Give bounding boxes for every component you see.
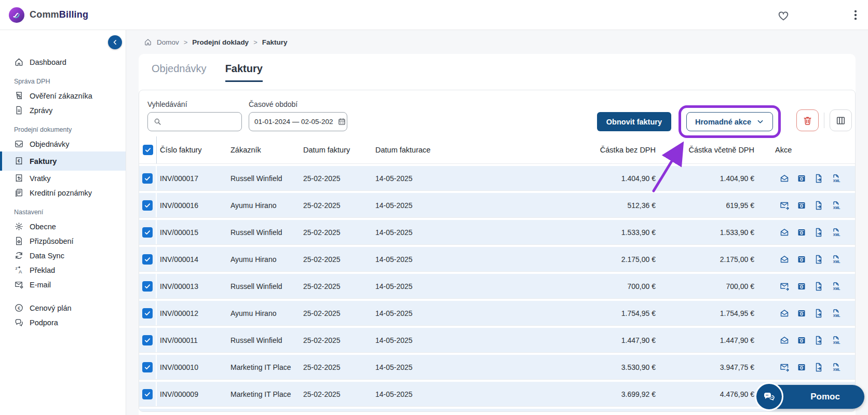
payment-icon[interactable] [796, 335, 807, 345]
email-send-icon[interactable] [779, 281, 790, 292]
col-header-datum-fakturace[interactable]: Datum fakturace [375, 146, 458, 154]
kebab-menu-icon[interactable] [849, 9, 862, 22]
sidebar-item-faktury[interactable]: €Faktury [0, 151, 126, 171]
favorites-heart-icon[interactable] [777, 9, 790, 22]
export-document-icon[interactable] [813, 335, 824, 345]
email-open-icon[interactable] [779, 254, 790, 265]
col-header-castka-vcetne-dph[interactable]: Částka včetně DPH [656, 146, 754, 154]
email-open-icon[interactable] [779, 308, 790, 319]
row-checkbox[interactable] [142, 200, 153, 211]
bulk-actions-button[interactable]: Hromadné akce [686, 112, 773, 131]
date-range-value: 01-01-2024 — 02-05-202 [254, 118, 333, 126]
export-document-icon[interactable] [813, 308, 824, 319]
sidebar-item-dashboard[interactable]: Dashboard [0, 55, 126, 69]
export-xml-icon[interactable]: XML [831, 281, 841, 292]
amount-excl-vat: 1.533,90 € [458, 228, 656, 237]
export-document-icon[interactable] [813, 227, 824, 238]
payment-icon[interactable] [796, 362, 807, 372]
refresh-invoices-button[interactable]: Obnovit faktury [597, 112, 671, 131]
export-xml-icon[interactable]: XML [831, 254, 841, 265]
help-button[interactable]: Pomoc [762, 385, 864, 409]
sidebar-item-zpr-vy[interactable]: Zprávy [0, 103, 126, 117]
export-document-icon[interactable] [813, 362, 824, 372]
export-document-icon[interactable] [813, 281, 824, 292]
invoice-date: 25-02-2025 [303, 363, 375, 371]
sidebar-item-label: Podpora [30, 319, 58, 327]
export-xml-icon[interactable]: XML [831, 362, 841, 372]
export-xml-icon[interactable]: XML [831, 173, 841, 184]
sidebar-item-label: Ověření zákazníka [30, 92, 92, 100]
sidebar-item-e-mail[interactable]: E-mail [0, 278, 126, 292]
amount-incl-vat: 1.754,95 € [656, 309, 754, 317]
sidebar-item-vratky[interactable]: Vratky [0, 171, 126, 185]
export-xml-icon[interactable]: XML [831, 200, 841, 211]
tab-faktury[interactable]: Faktury [225, 63, 263, 82]
payment-icon[interactable] [796, 308, 807, 319]
tab-bar: Objednávky Faktury [139, 54, 856, 82]
breadcrumb-prodejni-doklady[interactable]: Prodejní doklady [192, 38, 249, 46]
select-all-checkbox[interactable] [143, 145, 153, 155]
sidebar-item-label: Data Sync [30, 252, 64, 260]
svg-text:€: € [18, 305, 21, 311]
customer-name: Marketing IT Place [230, 390, 303, 398]
email-open-icon[interactable] [779, 227, 790, 238]
row-checkbox[interactable] [142, 173, 153, 184]
customer-name: Ayumu Hirano [230, 309, 303, 317]
customer-name: Ayumu Hirano [230, 201, 303, 210]
sidebar-item-p-izp-soben-[interactable]: Přizpůsobení [0, 234, 126, 248]
row-actions: XML [754, 281, 855, 292]
email-open-icon[interactable] [779, 173, 790, 184]
sidebar-collapse-button[interactable] [108, 35, 122, 49]
export-xml-icon[interactable]: XML [831, 335, 841, 345]
search-label: Vyhledávání [147, 100, 242, 108]
billing-date: 14-05-2025 [375, 228, 458, 237]
export-document-icon[interactable] [813, 254, 824, 265]
amount-excl-vat: 3.699,92 € [458, 390, 656, 398]
payment-icon[interactable] [796, 227, 807, 238]
sidebar-item-kreditn-pozn-mky[interactable]: Kreditní poznámky [0, 186, 126, 200]
sidebar-item-obecne[interactable]: Obecne [0, 219, 126, 233]
row-checkbox[interactable] [142, 308, 153, 319]
row-checkbox[interactable] [142, 281, 153, 292]
col-header-castka-bez-dph[interactable]: Částka bez DPH [458, 146, 656, 154]
sidebar-item-cenov-pl-n[interactable]: €Cenový plán [0, 301, 126, 315]
sidebar: DashboardSpráva DPHOvěření zákazníkaZprá… [0, 30, 126, 415]
sidebar-item-label: Vratky [30, 174, 51, 183]
delete-selected-button[interactable] [796, 109, 819, 131]
payment-icon[interactable] [796, 254, 807, 265]
col-header-cislo-faktury[interactable]: Číslo faktury [157, 146, 230, 154]
email-send-icon[interactable] [779, 362, 790, 372]
email-open-icon[interactable] [779, 335, 790, 345]
tab-objednavky[interactable]: Objednávky [152, 63, 207, 82]
export-xml-icon[interactable]: XML [831, 308, 841, 319]
billing-date: 14-05-2025 [375, 336, 458, 344]
payment-icon[interactable] [796, 200, 807, 211]
row-checkbox[interactable] [142, 389, 153, 399]
document-icon [14, 105, 24, 115]
sidebar-item-data-sync[interactable]: Data Sync [0, 248, 126, 262]
row-checkbox[interactable] [142, 335, 153, 345]
row-checkbox[interactable] [142, 254, 153, 265]
row-checkbox[interactable] [142, 227, 153, 238]
row-checkbox[interactable] [142, 362, 153, 372]
column-settings-button[interactable] [830, 109, 852, 131]
breadcrumb-faktury[interactable]: Faktury [262, 38, 288, 46]
export-document-icon[interactable] [813, 200, 824, 211]
date-range-input[interactable]: 01-01-2024 — 02-05-202 [249, 112, 347, 131]
billing-date: 14-05-2025 [375, 309, 458, 317]
sidebar-item-p-eklad[interactable]: žAPřeklad [0, 263, 126, 277]
breadcrumb-domov[interactable]: Domov [157, 38, 179, 46]
sidebar-item-objedn-vky[interactable]: Objednávky [0, 137, 126, 151]
email-send-icon[interactable] [779, 200, 790, 211]
sidebar-item-label: Zprávy [30, 106, 52, 115]
col-header-datum-faktury[interactable]: Datum faktury [303, 146, 375, 154]
payment-icon[interactable] [796, 173, 807, 184]
payment-icon[interactable] [796, 281, 807, 292]
col-header-zakaznik[interactable]: Zákazník [230, 146, 303, 154]
search-input[interactable] [166, 118, 236, 126]
export-document-icon[interactable] [813, 173, 824, 184]
export-xml-icon[interactable]: XML [831, 227, 841, 238]
table-row: INV/000017Russell Winfield25-02-202514-0… [139, 163, 855, 190]
sidebar-item-ov-en-z-kazn-ka[interactable]: Ověření zákazníka [0, 89, 126, 103]
sidebar-item-podpora[interactable]: Podpora [0, 315, 126, 329]
